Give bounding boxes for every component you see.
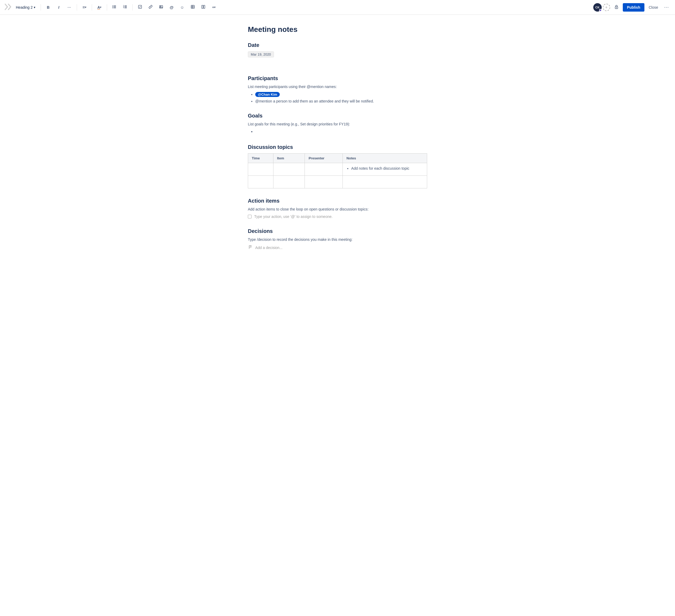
toolbar-divider-1 bbox=[41, 4, 41, 10]
emoji-button[interactable]: ☺ bbox=[178, 3, 186, 12]
add-collaborator-button[interactable]: + bbox=[603, 4, 610, 11]
decisions-heading: Decisions bbox=[248, 228, 427, 234]
chevron-down-icon: ▾ bbox=[34, 6, 35, 9]
participants-section: Participants List meeting participants u… bbox=[248, 75, 427, 103]
table-cell-notes[interactable]: Add notes for each discussion topic bbox=[343, 163, 427, 176]
svg-rect-1 bbox=[114, 6, 116, 6]
logo bbox=[4, 3, 12, 11]
chevron-down-icon: ▾ bbox=[100, 6, 101, 9]
columns-button[interactable] bbox=[199, 3, 208, 12]
svg-rect-19 bbox=[202, 5, 203, 8]
svg-rect-20 bbox=[204, 5, 205, 8]
table-cell-time[interactable] bbox=[248, 176, 274, 188]
bold-button[interactable]: B bbox=[44, 3, 53, 12]
more-insert-button[interactable]: + ▾ bbox=[210, 3, 218, 12]
image-icon bbox=[159, 5, 163, 10]
goals-heading: Goals bbox=[248, 113, 427, 119]
svg-rect-3 bbox=[114, 7, 116, 7]
participants-list: @Chan Kim @mention a person to add them … bbox=[248, 92, 427, 103]
checkbox-icon bbox=[138, 5, 142, 10]
link-button[interactable] bbox=[146, 3, 155, 12]
action-item-row: Type your action, use '@' to assign to s… bbox=[248, 214, 427, 219]
table-icon bbox=[191, 5, 195, 10]
participants-description: List meeting participants using their @m… bbox=[248, 85, 427, 89]
decisions-section: Decisions Type /decision to record the d… bbox=[248, 228, 427, 251]
toolbar-divider-2 bbox=[77, 4, 77, 10]
decision-row: Add a decision... bbox=[248, 245, 427, 251]
action-items-section: Action items Add action items to close t… bbox=[248, 198, 427, 219]
goals-list bbox=[248, 129, 427, 135]
mention-button[interactable]: @ bbox=[167, 3, 176, 12]
avatar[interactable]: CK bbox=[593, 3, 602, 12]
decision-icon bbox=[248, 245, 252, 251]
more-format-button[interactable]: ··· bbox=[65, 3, 74, 12]
bullet-list-icon bbox=[112, 5, 117, 10]
mention-tag[interactable]: @Chan Kim bbox=[255, 92, 280, 97]
toolbar: Heading 2 ▾ B I ··· ≡ ▾ A ▾ bbox=[0, 0, 675, 15]
table-cell-notes[interactable] bbox=[343, 176, 427, 188]
svg-point-4 bbox=[112, 8, 113, 8]
table-cell-presenter[interactable] bbox=[305, 176, 343, 188]
image-button[interactable] bbox=[157, 3, 165, 12]
svg-text:3.: 3. bbox=[123, 7, 125, 8]
date-heading: Date bbox=[248, 42, 427, 48]
list-item: @Chan Kim bbox=[255, 92, 427, 97]
publish-button[interactable]: Publish bbox=[623, 3, 645, 12]
discussion-table: Time Item Presenter Notes Add notes for … bbox=[248, 153, 427, 188]
text-color-icon: A bbox=[97, 5, 100, 9]
table-header-item: Item bbox=[273, 154, 305, 163]
decision-placeholder[interactable]: Add a decision... bbox=[255, 246, 283, 250]
numbered-list-icon: 1. 2. 3. bbox=[123, 5, 127, 10]
action-checkbox[interactable] bbox=[248, 215, 251, 218]
table-cell-presenter[interactable] bbox=[305, 163, 343, 176]
action-items-description: Add action items to close the loop on op… bbox=[248, 207, 427, 211]
table-cell-item[interactable] bbox=[273, 163, 305, 176]
lock-button[interactable] bbox=[612, 3, 621, 12]
emoji-icon: ☺ bbox=[180, 5, 184, 9]
table-header-presenter: Presenter bbox=[305, 154, 343, 163]
chevron-down-icon: ▾ bbox=[214, 6, 215, 9]
svg-rect-9 bbox=[125, 7, 127, 7]
table-header-time: Time bbox=[248, 154, 274, 163]
list-item[interactable] bbox=[255, 129, 427, 135]
document-title[interactable]: Meeting notes bbox=[248, 25, 427, 34]
align-icon: ≡ bbox=[82, 5, 85, 10]
close-button[interactable]: Close bbox=[647, 3, 660, 12]
date-section: Date Mar 19, 2020 bbox=[248, 42, 427, 66]
svg-point-0 bbox=[112, 6, 113, 6]
svg-rect-11 bbox=[125, 8, 127, 8]
table-header-row: Time Item Presenter Notes bbox=[248, 154, 427, 163]
table-row bbox=[248, 176, 427, 188]
heading-selector[interactable]: Heading 2 ▾ bbox=[14, 4, 38, 10]
table-cell-item[interactable] bbox=[273, 176, 305, 188]
checkbox-button[interactable] bbox=[136, 3, 144, 12]
list-item: @mention a person to add them as an atte… bbox=[255, 99, 427, 103]
table-cell-time[interactable] bbox=[248, 163, 274, 176]
italic-button[interactable]: I bbox=[55, 3, 63, 12]
heading-selector-label: Heading 2 bbox=[16, 5, 33, 9]
bullet-list-button[interactable] bbox=[110, 3, 119, 12]
toolbar-divider-3 bbox=[92, 4, 92, 10]
columns-icon bbox=[201, 5, 205, 10]
date-badge[interactable]: Mar 19, 2020 bbox=[248, 52, 274, 58]
discussion-topics-section: Discussion topics Time Item Presenter No… bbox=[248, 144, 427, 188]
numbered-list-button[interactable]: 1. 2. 3. bbox=[121, 3, 129, 12]
goals-description: List goals for this meeting (e.g., Set d… bbox=[248, 122, 427, 126]
action-items-heading: Action items bbox=[248, 198, 427, 204]
svg-rect-7 bbox=[125, 6, 127, 6]
align-button[interactable]: ≡ ▾ bbox=[80, 3, 89, 12]
chevron-down-icon: ▾ bbox=[85, 6, 86, 9]
table-note-item: Add notes for each discussion topic bbox=[351, 166, 423, 170]
goals-section: Goals List goals for this meeting (e.g.,… bbox=[248, 113, 427, 135]
svg-rect-15 bbox=[191, 5, 194, 8]
link-icon bbox=[148, 5, 153, 10]
toolbar-divider-4 bbox=[107, 4, 107, 10]
more-options-button[interactable]: ··· bbox=[662, 3, 671, 12]
table-row: Add notes for each discussion topic bbox=[248, 163, 427, 176]
table-button[interactable] bbox=[189, 3, 197, 12]
avatar-status-dot bbox=[599, 9, 602, 12]
text-color-button[interactable]: A ▾ bbox=[95, 3, 103, 12]
action-placeholder[interactable]: Type your action, use '@' to assign to s… bbox=[254, 214, 332, 219]
svg-rect-13 bbox=[159, 6, 163, 8]
svg-point-2 bbox=[112, 7, 113, 7]
